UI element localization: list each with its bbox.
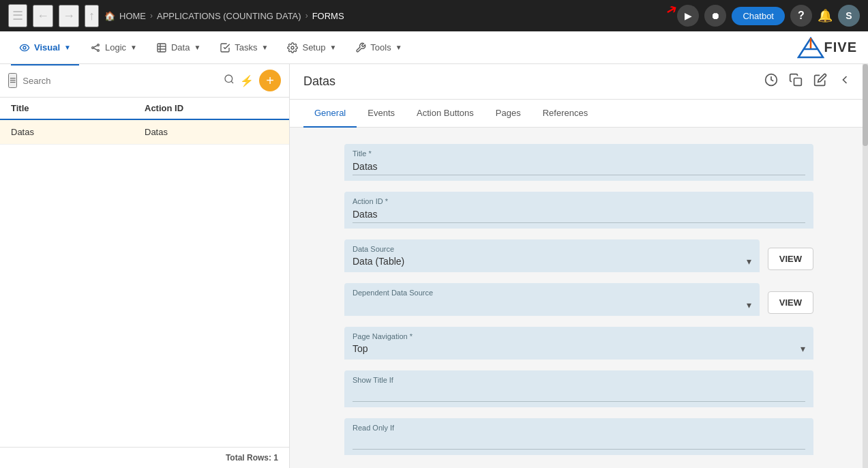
- main-layout: ≡ ⚡ + Title Action ID Datas Datas Total …: [0, 64, 868, 468]
- dependent-source-view-button[interactable]: VIEW: [768, 291, 813, 314]
- tab-references[interactable]: References: [532, 100, 599, 128]
- avatar[interactable]: S: [838, 5, 860, 27]
- breadcrumb-forms[interactable]: FORMS: [312, 11, 344, 21]
- svg-point-10: [291, 46, 294, 49]
- back-icon[interactable]: ←: [33, 5, 53, 27]
- search-button[interactable]: [224, 74, 235, 87]
- breadcrumb: 🏠 HOME › APPLICATIONS (COUNTING DATA) › …: [104, 11, 672, 21]
- search-input[interactable]: [23, 76, 218, 86]
- title-field: Title *: [344, 144, 813, 181]
- play-button[interactable]: ▶: [677, 5, 699, 27]
- chevron-down-icon-2: ▾: [747, 299, 751, 310]
- form-area: Title * Action ID * Data Source Data (Ta…: [290, 128, 868, 468]
- dependent-source-select[interactable]: ▾: [353, 299, 751, 310]
- add-button[interactable]: +: [259, 70, 281, 91]
- back-nav-icon[interactable]: [835, 70, 854, 93]
- tab-pages[interactable]: Pages: [485, 100, 532, 128]
- show-title-if-label: Show Title If: [353, 376, 805, 384]
- tab-data[interactable]: Data ▼: [148, 38, 209, 57]
- action-id-input[interactable]: [353, 209, 805, 223]
- breadcrumb-applications[interactable]: APPLICATIONS (COUNTING DATA): [157, 11, 301, 21]
- svg-rect-6: [158, 44, 166, 52]
- table-row[interactable]: Datas Datas: [0, 120, 289, 145]
- gear-icon: [287, 42, 298, 53]
- help-button[interactable]: ?: [790, 5, 812, 27]
- chatbot-button[interactable]: Chatbot: [732, 7, 785, 25]
- header-actions: [762, 70, 854, 93]
- svg-point-3: [98, 49, 100, 51]
- five-logo-icon: [797, 37, 824, 59]
- tools-icon: [355, 42, 366, 53]
- svg-point-14: [225, 75, 233, 83]
- svg-point-2: [98, 44, 100, 46]
- svg-line-4: [93, 45, 97, 47]
- filter-icon[interactable]: ≡: [8, 73, 17, 88]
- data-icon: [156, 42, 167, 53]
- history-icon[interactable]: [762, 70, 781, 93]
- read-only-if-input[interactable]: [353, 435, 805, 450]
- copy-icon[interactable]: [786, 70, 805, 93]
- svg-point-1: [92, 46, 94, 48]
- svg-point-0: [23, 46, 26, 49]
- tab-action-buttons[interactable]: Action Buttons: [406, 100, 485, 128]
- logic-icon: [90, 42, 101, 53]
- table-header: Title Action ID: [0, 98, 289, 120]
- eye-icon: [19, 42, 30, 53]
- up-icon[interactable]: ↑: [85, 5, 99, 27]
- breadcrumb-home[interactable]: 🏠 HOME: [104, 11, 146, 21]
- data-source-view-button[interactable]: VIEW: [768, 248, 813, 270]
- row-action-id-cell: Datas: [145, 127, 278, 137]
- tab-setup[interactable]: Setup ▼: [279, 38, 344, 57]
- tab-tools[interactable]: Tools ▼: [347, 38, 410, 57]
- title-label: Title *: [353, 149, 805, 158]
- action-id-label: Action ID *: [353, 197, 805, 205]
- row-title-cell: Datas: [11, 127, 145, 137]
- column-title: Title: [11, 103, 145, 113]
- dependent-source-field: Dependent Data Source ▾: [344, 283, 760, 316]
- lightning-icon[interactable]: ⚡: [240, 74, 254, 87]
- search-icon: [224, 74, 235, 85]
- scrollbar-track[interactable]: [863, 64, 868, 468]
- dependent-source-row: Dependent Data Source ▾ VIEW: [344, 283, 813, 316]
- column-action-id: Action ID: [145, 103, 278, 113]
- svg-line-15: [231, 81, 233, 83]
- scrollbar-thumb[interactable]: [863, 64, 868, 146]
- five-logo: FIVE: [797, 37, 857, 59]
- tab-tasks[interactable]: Tasks ▼: [211, 38, 276, 57]
- page-navigation-value: Top: [353, 343, 800, 354]
- tab-events[interactable]: Events: [357, 100, 406, 128]
- edit-icon[interactable]: [811, 70, 830, 93]
- nav-right-actions: ▶ ⏺ Chatbot ? 🔔 S: [677, 5, 860, 27]
- svg-rect-17: [794, 78, 802, 86]
- read-only-if-field: Read Only If: [344, 418, 813, 455]
- action-id-field: Action ID *: [344, 192, 813, 229]
- record-button[interactable]: ⏺: [704, 5, 726, 27]
- tab-visual[interactable]: Visual ▼: [11, 38, 79, 57]
- svg-line-5: [93, 48, 97, 50]
- data-source-value: Data (Table): [353, 256, 747, 267]
- notifications-button[interactable]: 🔔: [818, 8, 833, 23]
- sidebar-empty-space: [0, 145, 289, 447]
- left-sidebar: ≡ ⚡ + Title Action ID Datas Datas Total …: [0, 64, 290, 468]
- show-title-if-field: Show Title If: [344, 370, 813, 407]
- menu-icon[interactable]: ☰: [8, 4, 27, 27]
- data-source-select[interactable]: Data (Table) ▾: [353, 256, 751, 267]
- show-title-if-input[interactable]: [353, 387, 805, 402]
- read-only-if-label: Read Only If: [353, 424, 805, 432]
- sidebar-footer: Total Rows: 1: [0, 447, 289, 468]
- title-input[interactable]: [353, 161, 805, 175]
- tab-logic[interactable]: Logic ▼: [82, 38, 145, 57]
- tab-general[interactable]: General: [303, 100, 357, 128]
- content-title: Datas: [303, 74, 762, 89]
- chevron-down-icon: ▾: [747, 256, 751, 267]
- data-source-field: Data Source Data (Table) ▾: [344, 239, 760, 272]
- secondary-navigation: Visual ▼ Logic ▼ Data ▼ Tasks ▼ Setup ▼ …: [0, 31, 868, 64]
- top-navigation: ☰ ← → ↑ 🏠 HOME › APPLICATIONS (COUNTING …: [0, 0, 868, 31]
- content-area: Datas General Events Action Buttons: [290, 64, 868, 468]
- data-source-label: Data Source: [353, 245, 751, 253]
- page-navigation-field: Page Navigation * Top ▾: [344, 327, 813, 360]
- tabs-bar: General Events Action Buttons Pages Refe…: [290, 100, 868, 128]
- forward-icon[interactable]: →: [59, 5, 79, 27]
- dependent-source-label: Dependent Data Source: [353, 289, 751, 297]
- page-navigation-select[interactable]: Top ▾: [353, 343, 805, 354]
